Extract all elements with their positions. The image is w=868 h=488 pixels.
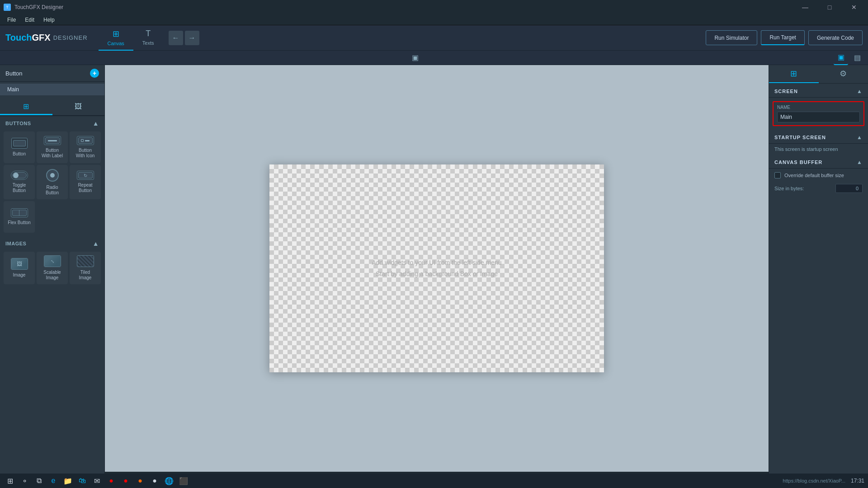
buttons-label: BUTTONS — [5, 121, 31, 126]
canvas-buffer-collapse-icon[interactable]: ▲ — [857, 159, 863, 165]
brand-designer: DESIGNER — [53, 34, 88, 41]
toggle-button-text: ToggleButton — [13, 183, 26, 193]
override-checkbox[interactable] — [774, 172, 781, 178]
right-tab-interactions[interactable]: ⚙ — [819, 65, 868, 83]
widget-repeat-button[interactable]: ↻ RepeatButton — [70, 165, 101, 199]
buttons-collapse-icon[interactable]: ▲ — [93, 120, 99, 127]
size-bytes-value: 0 — [835, 184, 863, 193]
canvas-label: Canvas — [108, 41, 124, 46]
menu-help[interactable]: Help — [40, 16, 58, 24]
buttons-section-header: BUTTONS ▲ — [0, 116, 104, 130]
canvas-buffer-section-label: CANVAS BUFFER ▲ — [769, 155, 868, 169]
generate-code-button[interactable]: Generate Code — [808, 30, 863, 45]
taskbar-browser-icon[interactable]: 🌐 — [163, 474, 175, 487]
size-bytes-label: Size in bytes: — [774, 186, 804, 191]
screen-main[interactable]: Main — [0, 84, 104, 95]
taskbar-mail-icon[interactable]: ✉ — [90, 474, 103, 487]
canvas-area: Add widgets to your UI from the left sid… — [105, 65, 769, 488]
taskbar: ⊞ ⚬ ⧉ e 📁 🛍 ✉ ● ● ● ● 🌐 ⬛ https://blog.c… — [0, 474, 868, 488]
taskbar-app2-icon[interactable]: ● — [119, 474, 132, 487]
screen-view-icon[interactable]: ▣ — [408, 52, 422, 64]
images-grid: 🖼 Image ⤡ ScalableImage — [0, 250, 104, 321]
flex-button-label: Flex Button — [8, 220, 31, 225]
images-label: IMAGES — [5, 241, 26, 246]
taskbar-app3-icon[interactable]: ● — [134, 474, 146, 487]
startup-collapse-icon[interactable]: ▲ — [857, 134, 863, 141]
right-tab-properties[interactable]: ⊞ — [769, 65, 819, 83]
redo-button[interactable]: → — [185, 31, 199, 45]
right-panel: ⊞ ⚙ SCREEN ▲ NAME STARTUP SCREEN — [769, 65, 868, 488]
run-simulator-button[interactable]: Run Simulator — [706, 30, 757, 45]
undo-button[interactable]: ← — [169, 31, 183, 45]
flex-button-icon — [11, 208, 28, 217]
widget-tab-images[interactable]: 🖼 — [52, 99, 105, 115]
toggle-button-icon — [11, 171, 28, 180]
minimize-button[interactable]: — — [795, 0, 816, 14]
close-button[interactable]: ✕ — [844, 0, 864, 14]
screen-collapse-icon[interactable]: ▲ — [857, 88, 863, 94]
maximize-button[interactable]: □ — [819, 0, 840, 14]
canvas-hint-line1: Add widgets to your UI from the left sid… — [372, 257, 501, 268]
widget-toggle-button[interactable]: ToggleButton — [4, 165, 35, 199]
name-field-label: NAME — [777, 105, 860, 110]
taskbar-files-icon[interactable]: 📁 — [61, 474, 74, 487]
radio-button-icon — [46, 169, 59, 182]
widget-title: Button — [5, 70, 23, 77]
toolbar-actions: Run Simulator Run Target Generate Code — [706, 30, 863, 45]
canvas-checker: Add widgets to your UI from the left sid… — [269, 164, 604, 372]
widget-image[interactable]: 🖼 Image — [4, 252, 35, 284]
app-icon: T — [4, 4, 11, 11]
taskbar-edge-icon[interactable]: e — [47, 474, 60, 487]
taskbar-task-view-icon[interactable]: ⧉ — [33, 474, 45, 487]
startup-text: This screen is startup screen — [769, 144, 868, 155]
taskbar-windows-icon[interactable]: ⊞ — [4, 474, 16, 487]
widget-tabs: ⊞ 🖼 — [0, 99, 104, 116]
repeat-button-text: RepeatButton — [78, 183, 92, 193]
screen-list: Main — [0, 82, 104, 97]
radio-button-text: RadioButton — [46, 185, 59, 196]
widget-tiled-image[interactable]: TiledImage — [70, 252, 101, 284]
canvas-viewport[interactable]: Add widgets to your UI from the left sid… — [269, 164, 604, 372]
widget-scalable-image[interactable]: ⤡ ScalableImage — [37, 252, 68, 284]
titlebar: T TouchGFX Designer — □ ✕ — [0, 0, 868, 14]
startup-section-label: STARTUP SCREEN ▲ — [769, 130, 868, 144]
brand-name: TouchGFX — [5, 33, 51, 43]
texts-icon: T — [146, 29, 151, 38]
taskbar-app4-icon[interactable]: ● — [148, 474, 161, 487]
widget-radio-button[interactable]: RadioButton — [37, 165, 68, 199]
properties-view-icon[interactable]: ▣ — [834, 51, 848, 65]
menu-file[interactable]: File — [4, 16, 19, 24]
widget-button[interactable]: Button — [4, 131, 35, 163]
taskbar-store-icon[interactable]: 🛍 — [76, 474, 89, 487]
widget-header: Button + — [0, 65, 104, 82]
app-title: TouchGFX Designer — [14, 4, 63, 10]
canvas-icon: ⊞ — [113, 29, 119, 39]
tiled-image-icon — [77, 255, 94, 267]
widget-flex-button[interactable]: Flex Button — [4, 201, 35, 233]
menu-edit[interactable]: Edit — [21, 16, 38, 24]
taskbar-app5-icon[interactable]: ⬛ — [177, 474, 190, 487]
buttons-grid: Button ButtonWith Label — [0, 130, 104, 236]
top-toolbar: TouchGFX DESIGNER ⊞ Canvas T Texts ← → R… — [0, 25, 868, 51]
widget-button-with-icon[interactable]: ButtonWith Icon — [70, 131, 101, 163]
interactions-view-icon[interactable]: ▤ — [850, 51, 864, 65]
taskbar-time: 17:31 — [851, 478, 864, 484]
name-input[interactable] — [777, 112, 860, 122]
tab-canvas[interactable]: ⊞ Canvas — [99, 25, 133, 51]
images-tab-icon: 🖼 — [75, 103, 82, 111]
brand-logo: TouchGFX DESIGNER — [5, 33, 88, 43]
widget-button-with-label[interactable]: ButtonWith Label — [37, 131, 68, 163]
left-panel: Button + Main ⊞ 🖼 BUTTONS ▲ — [0, 65, 105, 488]
add-widget-button[interactable]: + — [90, 69, 99, 78]
images-collapse-icon[interactable]: ▲ — [93, 240, 99, 247]
second-toolbar: ▣ ▣ ▤ — [0, 51, 868, 65]
taskbar-search-icon[interactable]: ⚬ — [18, 474, 31, 487]
run-target-button[interactable]: Run Target — [761, 30, 804, 45]
image-label: Image — [13, 272, 26, 278]
widget-tab-add[interactable]: ⊞ — [0, 99, 52, 115]
tab-texts[interactable]: T Texts — [133, 25, 163, 51]
toolbar-tabs: ⊞ Canvas T Texts — [99, 25, 163, 51]
taskbar-app1-icon[interactable]: ● — [105, 474, 118, 487]
startup-title: STARTUP SCREEN — [774, 135, 826, 140]
screen-section-label: SCREEN ▲ — [769, 84, 868, 98]
